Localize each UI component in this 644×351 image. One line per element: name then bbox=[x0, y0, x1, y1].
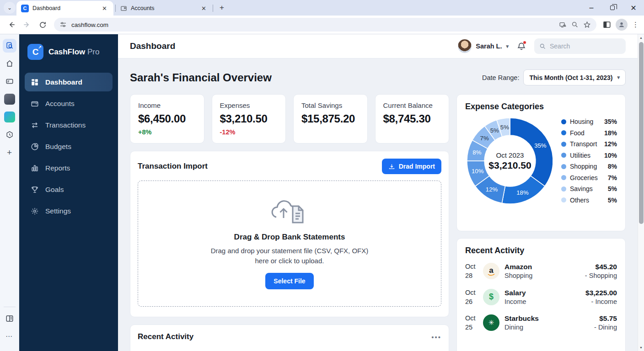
stat-value: $8,745.30 bbox=[383, 112, 441, 125]
recent-activity-main-card: Recent Activity ••• bbox=[130, 324, 449, 351]
home-icon[interactable] bbox=[3, 57, 16, 70]
card-more-icon[interactable]: ••• bbox=[431, 333, 441, 341]
legend-label: Groceries bbox=[570, 174, 598, 181]
search-panel-icon[interactable] bbox=[3, 39, 16, 53]
sidebar-item-label: Transactions bbox=[45, 121, 86, 129]
sidebar-item-accounts[interactable]: Accounts bbox=[25, 94, 113, 113]
address-bar[interactable]: cashflow.com bbox=[54, 18, 596, 32]
legend-dot bbox=[561, 153, 566, 158]
activity-date-month: Oct bbox=[465, 288, 478, 297]
notifications-button[interactable] bbox=[517, 42, 526, 51]
browser-menu-icon[interactable]: ⋮ bbox=[632, 21, 639, 29]
sidebar-item-reports[interactable]: Reports bbox=[25, 159, 113, 177]
drag-import-label: Drad Import bbox=[399, 163, 435, 170]
wallet-icon bbox=[30, 100, 39, 108]
badge-app-icon[interactable] bbox=[3, 128, 16, 142]
wallet-app-icon[interactable] bbox=[3, 92, 16, 106]
activity-row-amazon[interactable]: Oct28 a Amazon Shopping $45.20 - Shoppin… bbox=[465, 262, 617, 281]
search-input[interactable] bbox=[550, 43, 614, 50]
scroll-down-icon[interactable]: ▼ bbox=[638, 346, 644, 349]
sidebar-item-dashboard[interactable]: Dashboard bbox=[25, 73, 113, 91]
page-scrollbar[interactable]: ▲ ▼ bbox=[638, 34, 644, 351]
stat-label: Total Savings bbox=[301, 101, 360, 109]
transaction-import-card: Transaction Import Drad Import bbox=[130, 151, 449, 317]
strip-divider bbox=[4, 307, 16, 307]
sidebar-item-label: Settings bbox=[45, 207, 71, 215]
browser-toolbar: cashflow.com ⋮ bbox=[0, 16, 644, 34]
send-to-device-icon[interactable] bbox=[559, 21, 567, 29]
bookmark-star-icon[interactable] bbox=[583, 21, 591, 29]
browser-tab-dashboard[interactable]: C Dashboard ✕ bbox=[16, 1, 113, 16]
date-range-select[interactable]: This Month (Oct 1-31, 2023) ▾ bbox=[523, 69, 626, 85]
drag-import-button[interactable]: Drad Import bbox=[382, 159, 441, 174]
stat-delta bbox=[383, 128, 441, 136]
svg-text:5%: 5% bbox=[500, 124, 509, 131]
window-restore-button[interactable] bbox=[602, 0, 623, 16]
forward-button[interactable] bbox=[20, 18, 34, 32]
browser-profile-icon[interactable] bbox=[616, 19, 628, 31]
legend-dot bbox=[561, 186, 566, 191]
activity-note: - Shopping bbox=[585, 272, 617, 279]
legend-label: Others bbox=[570, 197, 589, 204]
recent-activity-main-title: Recent Activity bbox=[138, 332, 193, 341]
legend-item-housing: Housing35% bbox=[561, 118, 617, 125]
gear-icon bbox=[30, 207, 39, 215]
legend-pct: 12% bbox=[604, 140, 617, 148]
cashflow-favicon: C bbox=[21, 5, 29, 12]
cards-icon[interactable] bbox=[3, 74, 16, 88]
select-file-button[interactable]: Select File bbox=[265, 273, 313, 289]
site-settings-icon[interactable] bbox=[59, 21, 67, 28]
stat-value: $6,450.00 bbox=[138, 112, 196, 125]
sidebar-item-goals[interactable]: Goals bbox=[25, 180, 113, 199]
new-tab-button[interactable]: + bbox=[216, 2, 228, 14]
starbucks-icon: ✳ bbox=[483, 314, 499, 331]
back-button[interactable] bbox=[5, 18, 18, 32]
tab-close-icon[interactable]: ✕ bbox=[199, 4, 208, 13]
legend-item-groceries: Groceries7% bbox=[561, 174, 617, 181]
legend-pct: 5% bbox=[608, 197, 617, 204]
window-close-button[interactable]: ✕ bbox=[623, 0, 644, 16]
transfer-arrows-icon bbox=[30, 121, 39, 129]
legend-dot bbox=[561, 164, 566, 169]
sidebar-item-transactions[interactable]: Transactions bbox=[25, 116, 113, 134]
tab-search-chevron-button[interactable]: ⌄ bbox=[4, 2, 16, 14]
activity-row-salary[interactable]: Oct26 $ Salary Income $3,225.00 - Income bbox=[465, 288, 617, 307]
legend-item-utilities: Utilities10% bbox=[561, 152, 617, 159]
sidebar-item-budgets[interactable]: Budgets bbox=[25, 137, 113, 156]
url-text: cashflow.com bbox=[71, 21, 554, 28]
stat-label: Expenses bbox=[220, 101, 278, 109]
scroll-up-icon[interactable]: ▲ bbox=[638, 36, 644, 39]
side-panel-icon[interactable] bbox=[603, 21, 611, 29]
legend-dot bbox=[561, 197, 566, 202]
scrollbar-thumb[interactable] bbox=[639, 42, 644, 224]
add-shortcut-icon[interactable]: + bbox=[3, 146, 16, 160]
expense-donut-chart[interactable]: 35%18%12%10%8%7%5%5% Oct 2023 $3,210.50 bbox=[465, 116, 555, 206]
search-lens-icon[interactable] bbox=[571, 21, 579, 28]
file-dropzone[interactable]: Drag & Drop Bank Statements Drag and dro… bbox=[138, 181, 441, 307]
stat-card-expenses: Expenses $3,210.50 -12% bbox=[212, 94, 286, 144]
reload-button[interactable] bbox=[36, 18, 49, 32]
trophy-icon bbox=[30, 186, 39, 194]
legend-item-transport: Transport12% bbox=[561, 140, 617, 148]
activity-category: Income bbox=[504, 298, 580, 305]
legend-label: Transport bbox=[570, 140, 597, 148]
activity-date-day: 26 bbox=[465, 297, 478, 306]
activity-date-month: Oct bbox=[465, 262, 478, 271]
expense-categories-title: Expense Categories bbox=[465, 102, 617, 112]
strip-more-icon[interactable]: ⋯ bbox=[3, 330, 16, 343]
user-menu[interactable]: Sarah L. ▾ bbox=[458, 39, 509, 53]
reading-list-icon[interactable] bbox=[3, 312, 16, 325]
stat-card-current-balance: Current Balance $8,745.30 bbox=[375, 94, 450, 144]
tab-close-icon[interactable]: ✕ bbox=[100, 4, 109, 13]
recent-activity-card: Recent Activity Oct28 a Amazon Shopping bbox=[456, 238, 626, 351]
sidebar-item-settings[interactable]: Settings bbox=[25, 202, 113, 220]
search-box[interactable] bbox=[534, 38, 626, 54]
finance-app-icon[interactable] bbox=[3, 110, 16, 124]
window-minimize-button[interactable]: – bbox=[581, 0, 602, 16]
browser-tab-accounts[interactable]: Accounts ✕ bbox=[116, 1, 213, 16]
search-icon bbox=[539, 43, 546, 50]
sidebar-item-label: Accounts bbox=[45, 100, 75, 108]
cashflow-logo: C bbox=[27, 44, 43, 60]
activity-row-starbucks[interactable]: Oct25 ✳ Starbucks Dining $5.75 - Dining bbox=[465, 314, 617, 332]
tab-title: Dashboard bbox=[32, 5, 97, 11]
